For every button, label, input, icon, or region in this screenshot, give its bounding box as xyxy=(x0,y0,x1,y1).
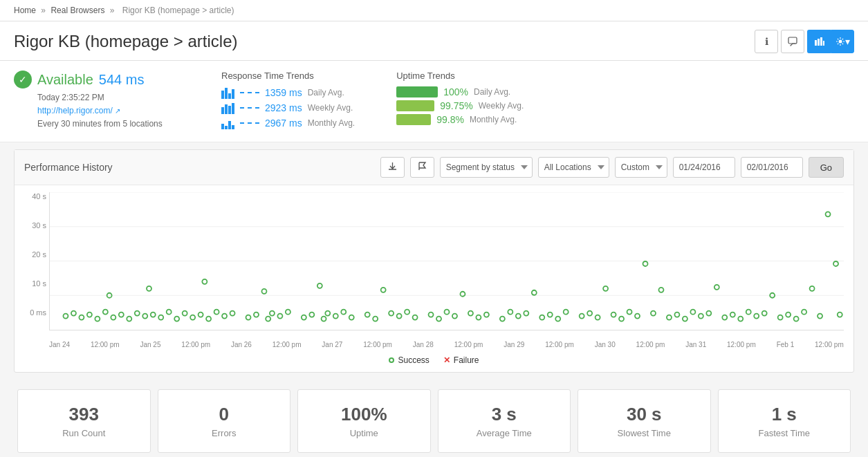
response-trends: Response Time Trends 1359 ms Daily Avg. xyxy=(221,71,355,132)
x-label-feb1: Feb 1 xyxy=(777,341,795,348)
svg-point-67 xyxy=(516,314,521,319)
weekly-uptime-label: Weekly Avg. xyxy=(479,101,524,111)
x-label-noon25: 12:00 pm xyxy=(181,341,210,348)
daily-chart-icon xyxy=(221,86,234,99)
x-label-noon26: 12:00 pm xyxy=(273,341,302,348)
svg-point-42 xyxy=(302,315,306,320)
run-count-value: 393 xyxy=(25,404,143,425)
svg-point-43 xyxy=(309,313,314,317)
svg-point-47 xyxy=(333,314,338,319)
breadcrumb-real-browsers[interactable]: Real Browsers xyxy=(50,6,104,15)
date-from-input[interactable] xyxy=(673,157,735,178)
weekly-uptime-value: 99.75% xyxy=(440,100,472,111)
y-label-40: 40 s xyxy=(24,192,49,200)
breadcrumb: Home » Real Browsers » Rigor KB (homepag… xyxy=(0,0,868,21)
segment-select[interactable]: Segment by status xyxy=(440,157,533,178)
monthly-response-value: 2967 ms xyxy=(265,118,302,129)
header-actions: ℹ ▾ xyxy=(755,30,854,53)
svg-point-107 xyxy=(838,313,842,317)
run-count-label: Run Count xyxy=(25,428,143,438)
breadcrumb-current: Rigor KB (homepage > article) xyxy=(122,6,234,15)
y-label-30: 30 s xyxy=(24,221,49,230)
status-timestamp: Today 2:35:22 PM xyxy=(37,91,194,104)
svg-point-60 xyxy=(452,314,457,319)
chart-view-button[interactable] xyxy=(807,30,831,53)
svg-point-54 xyxy=(397,314,402,319)
stat-avg-time: 3 s Average Time xyxy=(438,389,571,453)
svg-point-14 xyxy=(95,317,100,321)
date-to-input[interactable] xyxy=(741,157,803,178)
svg-rect-2 xyxy=(818,39,820,46)
errors-value: 0 xyxy=(165,404,284,425)
svg-point-49 xyxy=(349,315,354,320)
comment-button[interactable] xyxy=(781,30,804,53)
errors-label: Errors xyxy=(165,428,284,438)
y-label-10: 10 s xyxy=(24,279,49,288)
svg-point-17 xyxy=(111,315,116,320)
svg-point-76 xyxy=(595,315,600,320)
svg-point-88 xyxy=(690,310,695,315)
monthly-uptime-label: Monthly Avg. xyxy=(470,115,517,124)
svg-point-33 xyxy=(222,314,227,319)
slowest-time-value: 30 s xyxy=(585,404,703,425)
performance-chart xyxy=(50,192,844,330)
svg-point-71 xyxy=(548,313,553,317)
svg-point-5 xyxy=(838,40,842,44)
svg-point-100 xyxy=(786,313,791,317)
avg-time-label: Average Time xyxy=(445,428,564,438)
stat-uptime: 100% Uptime xyxy=(297,389,431,453)
svg-point-41 xyxy=(286,310,290,315)
svg-point-52 xyxy=(381,288,386,292)
x-label-jan24: Jan 24 xyxy=(49,341,70,348)
svg-point-12 xyxy=(79,315,84,320)
uptime-trends: Uptime Trends 100% Daily Avg. 99.75% Wee… xyxy=(396,71,524,132)
period-select[interactable]: Custom xyxy=(615,157,667,178)
monthly-dash-icon xyxy=(240,122,259,124)
svg-rect-3 xyxy=(820,37,822,46)
svg-point-80 xyxy=(627,310,632,315)
svg-point-40 xyxy=(277,314,282,319)
svg-point-10 xyxy=(63,314,68,319)
svg-point-103 xyxy=(810,286,815,291)
svg-point-21 xyxy=(142,314,147,319)
svg-point-87 xyxy=(683,317,687,321)
svg-point-59 xyxy=(445,310,450,315)
svg-point-102 xyxy=(802,310,806,315)
status-indicator: ✓ xyxy=(14,71,32,88)
daily-uptime-bar xyxy=(396,86,438,97)
svg-point-18 xyxy=(119,313,124,317)
breadcrumb-home[interactable]: Home xyxy=(14,6,36,15)
weekly-uptime-bar xyxy=(396,100,434,111)
status-text: Available xyxy=(37,72,93,88)
stats-row: 393 Run Count 0 Errors 100% Uptime 3 s A… xyxy=(0,380,868,457)
flag-button[interactable] xyxy=(410,157,434,178)
location-select[interactable]: All Locations xyxy=(538,157,609,178)
monthly-response-label: Monthly Avg. xyxy=(308,118,355,128)
svg-point-50 xyxy=(365,313,370,317)
legend-failure-label: Failure xyxy=(454,355,479,365)
go-button[interactable]: Go xyxy=(809,157,844,178)
x-label-noon24: 12:00 pm xyxy=(91,341,120,348)
svg-point-36 xyxy=(254,313,259,317)
svg-point-83 xyxy=(651,311,656,316)
info-button[interactable]: ℹ xyxy=(755,30,778,53)
monthly-uptime-value: 99.8% xyxy=(436,114,464,125)
svg-point-27 xyxy=(183,311,187,316)
settings-button[interactable]: ▾ xyxy=(831,30,854,53)
svg-point-64 xyxy=(484,313,489,317)
svg-point-63 xyxy=(476,315,481,320)
weekly-response-value: 2923 ms xyxy=(265,102,302,113)
x-label-jan27: Jan 27 xyxy=(322,341,342,348)
svg-point-104 xyxy=(818,314,822,319)
svg-point-72 xyxy=(555,317,560,321)
svg-point-37 xyxy=(261,289,266,294)
svg-point-56 xyxy=(413,315,418,320)
svg-point-44 xyxy=(317,283,322,288)
status-url[interactable]: http://help.rigor.com/ xyxy=(37,106,120,115)
download-button[interactable] xyxy=(380,157,405,178)
svg-point-45 xyxy=(322,317,326,321)
daily-uptime-value: 100% xyxy=(443,86,468,97)
svg-point-19 xyxy=(127,317,131,321)
svg-point-77 xyxy=(603,286,608,291)
response-trends-title: Response Time Trends xyxy=(221,71,355,81)
